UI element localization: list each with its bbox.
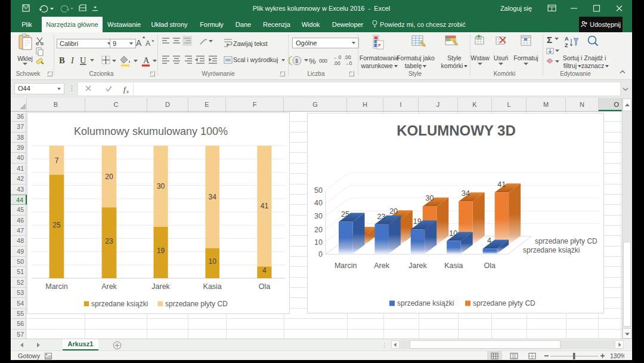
svg-text:25: 25 <box>341 210 349 219</box>
svg-text:7: 7 <box>55 156 59 165</box>
svg-text:sprzedane książki: sprzedane książki <box>397 299 454 307</box>
svg-text:30: 30 <box>314 212 323 220</box>
svg-text:Σ: Σ <box>547 35 552 45</box>
svg-text:A: A <box>143 56 150 65</box>
svg-text:Ola: Ola <box>484 262 496 270</box>
svg-text:50: 50 <box>314 186 323 195</box>
svg-text:Ola: Ola <box>259 282 271 291</box>
svg-text:A: A <box>565 36 569 42</box>
svg-text:0: 0 <box>318 250 323 259</box>
svg-text:Arek: Arek <box>374 262 389 270</box>
svg-text:34: 34 <box>209 193 217 201</box>
svg-text:30: 30 <box>426 194 434 202</box>
svg-text:10: 10 <box>209 257 217 266</box>
svg-text:41: 41 <box>497 180 506 189</box>
svg-text:x: x <box>126 88 129 94</box>
svg-text:4: 4 <box>487 236 491 245</box>
svg-text:Kasia: Kasia <box>203 282 222 291</box>
svg-text:20: 20 <box>314 226 323 234</box>
svg-text:130%: 130% <box>610 352 624 359</box>
svg-text:A: A <box>145 39 150 48</box>
svg-text:Z: Z <box>565 42 568 48</box>
svg-text:sprzedane płyty CD: sprzedane płyty CD <box>473 299 535 307</box>
svg-text:Kolumnowy skumulowany 100%: Kolumnowy skumulowany 100% <box>74 125 228 137</box>
svg-text:10: 10 <box>314 238 323 247</box>
svg-text:20: 20 <box>105 173 113 181</box>
svg-text:←0: ←0 <box>333 54 342 60</box>
svg-text:A: A <box>136 38 142 48</box>
svg-text:Jarek: Jarek <box>151 282 170 291</box>
svg-text:Kasia: Kasia <box>444 262 463 270</box>
svg-text:34: 34 <box>462 189 470 198</box>
svg-text:40: 40 <box>314 199 323 207</box>
svg-text:30: 30 <box>157 182 165 190</box>
svg-text:23: 23 <box>105 237 113 245</box>
svg-text:.00: .00 <box>333 60 340 66</box>
svg-text:Jarek: Jarek <box>408 262 427 270</box>
svg-text:sprzedane książki: sprzedane książki <box>523 246 580 254</box>
svg-text:B: B <box>59 56 65 65</box>
svg-text:Arek: Arek <box>101 282 117 291</box>
svg-text:I: I <box>70 56 75 65</box>
svg-text:KOLUMNOWY 3D: KOLUMNOWY 3D <box>397 122 516 139</box>
svg-text:sprzedane płyty CD: sprzedane płyty CD <box>535 237 597 245</box>
svg-text:$: $ <box>295 58 298 64</box>
svg-text:19: 19 <box>413 217 422 226</box>
svg-text:sprzedane płyty CD: sprzedane płyty CD <box>165 300 228 308</box>
svg-text:000: 000 <box>319 58 327 64</box>
svg-text:Marcin: Marcin <box>335 262 357 270</box>
svg-text:25: 25 <box>52 221 61 229</box>
svg-text:4: 4 <box>262 266 267 275</box>
svg-text:Marcin: Marcin <box>45 282 68 291</box>
svg-text:23: 23 <box>377 213 385 221</box>
svg-text:20: 20 <box>389 207 398 216</box>
svg-text:41: 41 <box>261 202 269 210</box>
svg-text:≠: ≠ <box>378 42 382 48</box>
svg-text:.00: .00 <box>344 54 351 60</box>
svg-text:→0: →0 <box>344 60 352 66</box>
svg-text:10: 10 <box>449 229 457 238</box>
svg-text:U: U <box>80 56 86 65</box>
svg-text:sprzedane książki: sprzedane książki <box>91 300 148 308</box>
svg-text:19: 19 <box>157 247 165 255</box>
svg-text:%: % <box>309 57 316 66</box>
